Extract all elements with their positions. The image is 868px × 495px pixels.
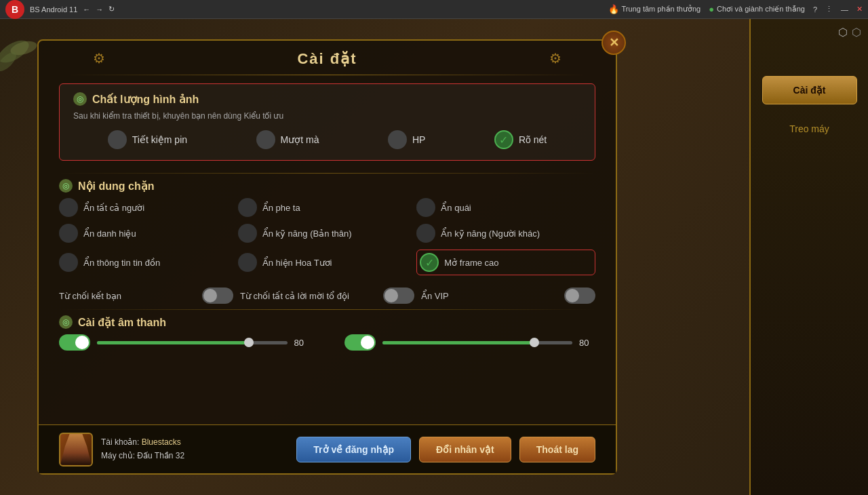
radio-on-4: ✓ <box>494 130 513 149</box>
account-name: Bluestacks <box>142 437 181 447</box>
sidebar-label-cai-dat: Cài đặt <box>793 85 826 96</box>
label-an-phe-ta: Ẩn phe ta <box>262 203 300 213</box>
block-content-section: ◎ Nội dung chặn Ẩn tất cả người Ẩn phe t… <box>59 179 595 304</box>
iq-option-tiet-kiem-pin[interactable]: Tiết kiệm pin <box>108 130 187 149</box>
block-item-an-thong-tin-tin-don[interactable]: Ẩn thông tin tin đồn <box>59 250 238 275</box>
block-content-title: Nội dung chặn <box>78 180 154 193</box>
toggle-an-ky-nang-nk[interactable] <box>416 224 435 243</box>
sound-slider-1[interactable] <box>97 341 288 344</box>
toggle-row-an-vip: Ẩn VIP <box>421 288 595 304</box>
toggle-an-thong-tin[interactable] <box>59 253 78 272</box>
radio-off-3 <box>388 130 407 149</box>
btn-change-character[interactable]: Đổi nhân vật <box>419 437 511 462</box>
avatar-silhouette <box>60 434 92 465</box>
avatar <box>59 433 93 467</box>
toggle-an-ky-nang-bt[interactable] <box>238 224 257 243</box>
btn-exit-lag[interactable]: Thoát lag <box>519 437 595 462</box>
sidebar-icon-2[interactable]: ⬡ <box>852 26 861 39</box>
top-bar-right: 🔥 Trung tâm phần thưởng ● Chơi và giành … <box>608 4 863 14</box>
account-line: Tài khoản: Bluestacks <box>101 436 184 449</box>
toggle-an-quai[interactable] <box>416 198 435 217</box>
server-name: Đấu Thần 32 <box>137 451 184 460</box>
nav-back[interactable]: ← <box>83 5 90 14</box>
sound-value-1: 80 <box>294 338 311 348</box>
iq-label-4: Rõ nét <box>519 134 547 145</box>
sound-toggle-1[interactable] <box>59 334 90 351</box>
account-info: Tài khoản: Bluestacks Máy chủ: Đấu Thần … <box>101 436 184 462</box>
image-quality-subtitle: Sau khi kiểm tra thiết bị, khuyên bạn nê… <box>73 111 581 121</box>
app-name: BS Android 11 <box>30 5 77 14</box>
help-icon[interactable]: ? <box>813 5 817 14</box>
play-win-badge[interactable]: ● Chơi và giành chiến thắng <box>709 4 805 14</box>
iq-option-hp[interactable]: HP <box>388 130 425 149</box>
block-content-icon: ◎ <box>59 179 73 193</box>
main-layout: ✕ ⚙ Cài đặt ⚙ ◎ Chất lượng hình ảnh Sau … <box>0 19 868 495</box>
toggle-row-tu-choi-ket-ban: Từ chối kết bạn <box>59 288 233 304</box>
switch-tu-choi-ket-ban[interactable] <box>202 288 233 304</box>
green-dot-icon: ● <box>709 4 714 14</box>
settings-content: ◎ Chất lượng hình ảnh Sau khi kiểm tra t… <box>39 75 616 460</box>
radio-off-2 <box>256 130 275 149</box>
block-item-an-phe-ta[interactable]: Ẩn phe ta <box>238 198 417 217</box>
block-item-mo-frame-cao[interactable]: ✓ Mở frame cao <box>416 250 595 275</box>
toggle-mo-frame-cao[interactable]: ✓ <box>420 253 439 272</box>
image-quality-icon: ◎ <box>73 92 87 106</box>
block-item-an-tat-ca-nguoi[interactable]: Ẩn tất cả người <box>59 198 238 217</box>
block-item-an-danh-hieu[interactable]: Ẩn danh hiệu <box>59 224 238 243</box>
label-an-hoa-tuoi: Ẩn hiện Hoa Tươi <box>262 258 332 268</box>
label-an-ky-nang-nk: Ẩn kỹ năng (Người khác) <box>441 229 540 239</box>
toggle-an-danh-hieu[interactable] <box>59 224 78 243</box>
label-an-vip: Ẩn VIP <box>421 291 556 301</box>
image-quality-header: ◎ Chất lượng hình ảnh <box>73 92 581 106</box>
sidebar-item-cai-dat[interactable]: Cài đặt <box>762 76 857 104</box>
minimize-icon[interactable]: — <box>841 5 848 14</box>
account-label: Tài khoản: <box>101 437 139 447</box>
label-mo-frame-cao: Mở frame cao <box>444 258 498 268</box>
nav-forward[interactable]: → <box>96 5 103 14</box>
sidebar-label-treo-may: Treo máy <box>789 123 829 134</box>
sound-slider-2[interactable] <box>382 341 573 344</box>
block-item-an-ky-nang-nguoi-khac[interactable]: Ẩn kỹ năng (Người khác) <box>416 224 595 243</box>
reward-badge[interactable]: 🔥 Trung tâm phần thưởng <box>608 4 701 14</box>
block-item-an-quai[interactable]: Ẩn quái <box>416 198 595 217</box>
sound-title: Cài đặt âm thanh <box>78 316 166 329</box>
sound-slider-fill-1 <box>97 341 249 344</box>
switch-an-vip[interactable] <box>564 288 595 304</box>
label-an-danh-hieu: Ẩn danh hiệu <box>83 229 136 239</box>
top-bar: B BS Android 11 ← → ↻ 🔥 Trung tâm phần t… <box>0 0 868 19</box>
iq-option-ro-net[interactable]: ✓ Rõ nét <box>494 130 547 149</box>
sound-slider-thumb-1 <box>244 338 254 347</box>
settings-overlay: ✕ ⚙ Cài đặt ⚙ ◎ Chất lượng hình ảnh Sau … <box>37 39 617 475</box>
label-an-tat-ca-nguoi: Ẩn tất cả người <box>83 203 144 213</box>
image-quality-options: Tiết kiệm pin Mượt mà HP ✓ Rõ nét <box>73 130 581 149</box>
label-an-thong-tin: Ẩn thông tin tin đồn <box>83 258 160 268</box>
toggle-an-phe-ta[interactable] <box>238 198 257 217</box>
toggle-an-tat-ca-nguoi[interactable] <box>59 198 78 217</box>
gear-right-icon: ⚙ <box>549 50 561 66</box>
sidebar-icon-1[interactable]: ⬡ <box>838 26 848 39</box>
iq-option-muot-ma[interactable]: Mượt mà <box>256 130 319 149</box>
block-item-an-hien-hoa-tuoi[interactable]: Ẩn hiện Hoa Tươi <box>238 250 417 275</box>
bottom-btn-group: Trở về đăng nhập Đổi nhân vật Thoát lag <box>296 437 595 462</box>
label-an-quai: Ẩn quái <box>441 203 471 213</box>
play-win-text: Chơi và giành chiến thắng <box>717 5 805 14</box>
sound-toggle-2[interactable] <box>344 334 376 351</box>
bottom-section: Tài khoản: Bluestacks Máy chủ: Đấu Thần … <box>39 424 616 473</box>
settings-icon[interactable]: ⋮ <box>825 5 833 14</box>
block-grid: Ẩn tất cả người Ẩn phe ta Ẩn quái <box>59 198 595 275</box>
block-item-an-ky-nang-ban-than[interactable]: Ẩn kỹ năng (Bản thân) <box>238 224 417 243</box>
switch-tu-choi-moi[interactable] <box>383 288 414 304</box>
iq-label-3: HP <box>412 134 425 145</box>
nav-refresh[interactable]: ↻ <box>108 5 115 14</box>
btn-return-login[interactable]: Trở về đăng nhập <box>296 437 411 462</box>
toggle-rows: Từ chối kết bạn Từ chối tất cả lời mời t… <box>59 283 595 304</box>
sidebar-item-treo-may[interactable]: Treo máy <box>762 115 857 142</box>
close-window-icon[interactable]: ✕ <box>856 5 863 14</box>
radio-off-1 <box>108 130 127 149</box>
iq-label-2: Mượt mà <box>281 134 319 145</box>
sidebar-nav: Cài đặt Treo máy <box>751 73 868 145</box>
gear-left-icon: ⚙ <box>93 50 105 66</box>
label-an-ky-nang-bt: Ẩn kỹ năng (Bản thân) <box>262 229 352 239</box>
flame-icon: 🔥 <box>608 4 619 14</box>
toggle-an-hoa-tuoi[interactable] <box>238 253 257 272</box>
